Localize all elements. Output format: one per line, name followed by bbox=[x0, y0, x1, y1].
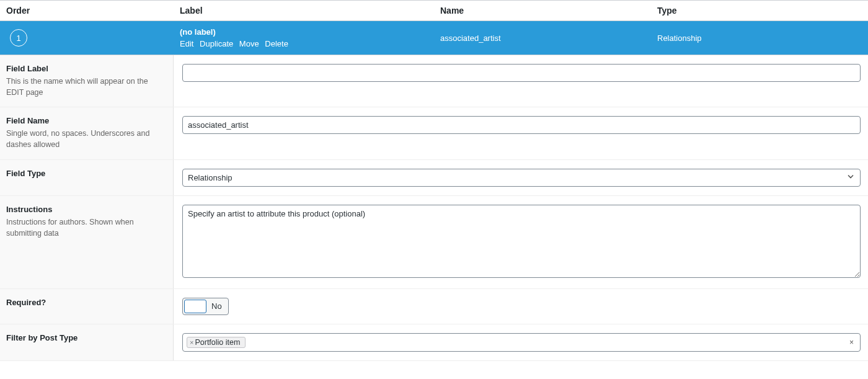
action-duplicate[interactable]: Duplicate bbox=[200, 39, 233, 48]
toggle-knob bbox=[184, 300, 206, 313]
fields-table-header: Order Label Name Type bbox=[0, 1, 868, 21]
col-header-type: Type bbox=[657, 6, 868, 16]
label-filter-post-type: Filter by Post Type bbox=[6, 333, 166, 342]
desc-field-label: This is the name which will appear on th… bbox=[6, 76, 166, 98]
setting-field-name: Field Name Single word, no spaces. Under… bbox=[0, 107, 868, 159]
label-instructions: Instructions bbox=[6, 205, 166, 214]
row-type: Relationship bbox=[657, 33, 868, 43]
col-header-name: Name bbox=[440, 6, 657, 16]
row-name: associated_artist bbox=[440, 33, 657, 43]
token-remove-icon[interactable]: × bbox=[190, 339, 193, 346]
setting-required: Required? No bbox=[0, 289, 868, 324]
desc-field-name: Single word, no spaces. Underscores and … bbox=[6, 128, 166, 150]
field-row-selected[interactable]: 1 (no label) Edit Duplicate Move Delete … bbox=[0, 21, 868, 55]
field-label-input[interactable] bbox=[182, 64, 861, 82]
desc-instructions: Instructions for authors. Shown when sub… bbox=[6, 216, 166, 239]
field-type-select[interactable]: Relationship bbox=[182, 169, 861, 187]
row-actions: Edit Duplicate Move Delete bbox=[180, 39, 440, 48]
action-delete[interactable]: Delete bbox=[265, 39, 288, 48]
field-name-input[interactable] bbox=[182, 116, 861, 134]
token-label: Portfolio item bbox=[195, 338, 240, 347]
label-field-name: Field Name bbox=[6, 116, 166, 125]
required-toggle[interactable]: No bbox=[182, 298, 229, 315]
setting-instructions: Instructions Instructions for authors. S… bbox=[0, 196, 868, 289]
col-header-order: Order bbox=[6, 6, 180, 16]
order-badge[interactable]: 1 bbox=[10, 29, 27, 47]
label-required: Required? bbox=[6, 298, 166, 307]
action-edit[interactable]: Edit bbox=[180, 39, 193, 48]
label-field-label: Field Label bbox=[6, 64, 166, 73]
toggle-state: No bbox=[211, 301, 222, 311]
setting-filter-post-type: Filter by Post Type × Portfolio item × bbox=[0, 324, 868, 361]
label-field-type: Field Type bbox=[6, 169, 166, 178]
instructions-textarea[interactable] bbox=[182, 205, 861, 278]
col-header-label: Label bbox=[180, 6, 440, 16]
filter-post-type-select[interactable]: × Portfolio item × bbox=[182, 333, 861, 352]
row-label[interactable]: (no label) bbox=[180, 27, 440, 37]
clear-icon[interactable]: × bbox=[849, 338, 854, 347]
action-move[interactable]: Move bbox=[239, 39, 259, 48]
setting-field-type: Field Type Relationship bbox=[0, 160, 868, 196]
post-type-token[interactable]: × Portfolio item bbox=[187, 337, 246, 348]
setting-field-label: Field Label This is the name which will … bbox=[0, 55, 868, 107]
